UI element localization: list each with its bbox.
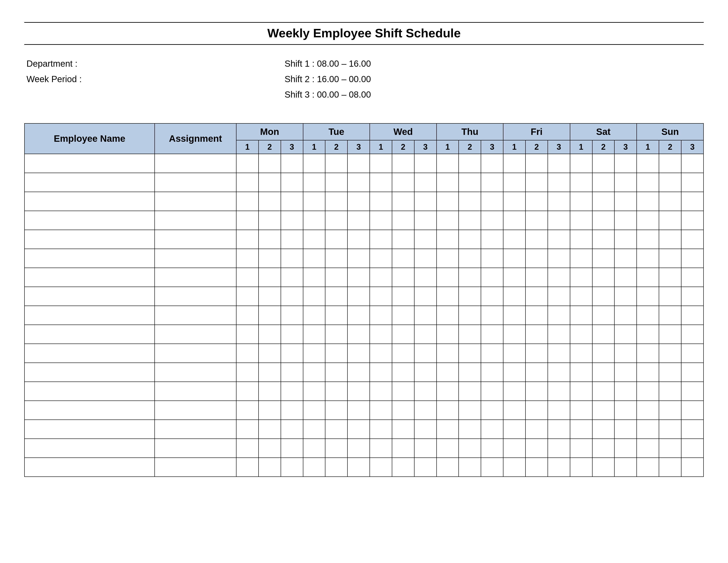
cell-shift[interactable] [637,420,659,439]
cell-shift[interactable] [303,363,325,382]
cell-shift[interactable] [659,249,681,268]
cell-shift[interactable] [525,268,548,287]
cell-shift[interactable] [259,363,281,382]
cell-shift[interactable] [370,287,392,306]
cell-shift[interactable] [525,249,548,268]
cell-shift[interactable] [681,458,704,477]
cell-shift[interactable] [637,458,659,477]
cell-shift[interactable] [481,173,503,192]
cell-shift[interactable] [370,192,392,211]
cell-shift[interactable] [548,420,570,439]
cell-shift[interactable] [414,439,437,458]
cell-shift[interactable] [325,325,347,344]
cell-shift[interactable] [481,382,503,401]
cell-shift[interactable] [347,458,370,477]
cell-shift[interactable] [681,325,704,344]
cell-shift[interactable] [392,344,414,363]
cell-shift[interactable] [570,420,592,439]
cell-shift[interactable] [525,420,548,439]
cell-employee-name[interactable] [24,306,155,325]
cell-assignment[interactable] [155,192,236,211]
cell-shift[interactable] [259,192,281,211]
cell-shift[interactable] [548,230,570,249]
cell-shift[interactable] [414,268,437,287]
cell-shift[interactable] [392,249,414,268]
cell-shift[interactable] [303,325,325,344]
cell-shift[interactable] [570,382,592,401]
cell-shift[interactable] [481,325,503,344]
cell-shift[interactable] [437,287,459,306]
cell-shift[interactable] [347,268,370,287]
cell-shift[interactable] [236,306,259,325]
cell-shift[interactable] [525,287,548,306]
cell-assignment[interactable] [155,173,236,192]
cell-assignment[interactable] [155,211,236,230]
cell-shift[interactable] [370,325,392,344]
cell-shift[interactable] [503,173,525,192]
cell-shift[interactable] [259,420,281,439]
cell-shift[interactable] [548,211,570,230]
cell-shift[interactable] [325,192,347,211]
cell-shift[interactable] [325,230,347,249]
cell-employee-name[interactable] [24,268,155,287]
cell-shift[interactable] [592,268,615,287]
cell-shift[interactable] [481,230,503,249]
cell-shift[interactable] [370,230,392,249]
cell-shift[interactable] [525,382,548,401]
cell-shift[interactable] [303,249,325,268]
cell-shift[interactable] [303,268,325,287]
cell-shift[interactable] [236,230,259,249]
cell-shift[interactable] [303,192,325,211]
cell-employee-name[interactable] [24,401,155,420]
cell-shift[interactable] [548,382,570,401]
cell-shift[interactable] [303,420,325,439]
cell-shift[interactable] [525,173,548,192]
cell-shift[interactable] [681,230,704,249]
cell-employee-name[interactable] [24,325,155,344]
cell-shift[interactable] [236,173,259,192]
cell-shift[interactable] [614,458,637,477]
cell-shift[interactable] [259,401,281,420]
cell-assignment[interactable] [155,268,236,287]
cell-shift[interactable] [525,325,548,344]
cell-shift[interactable] [370,363,392,382]
cell-shift[interactable] [370,439,392,458]
cell-shift[interactable] [259,230,281,249]
cell-shift[interactable] [392,211,414,230]
cell-shift[interactable] [592,154,615,173]
cell-shift[interactable] [437,230,459,249]
cell-shift[interactable] [548,363,570,382]
cell-shift[interactable] [659,154,681,173]
cell-assignment[interactable] [155,363,236,382]
cell-employee-name[interactable] [24,420,155,439]
cell-assignment[interactable] [155,401,236,420]
cell-shift[interactable] [459,249,481,268]
cell-assignment[interactable] [155,230,236,249]
cell-shift[interactable] [459,401,481,420]
cell-shift[interactable] [637,268,659,287]
cell-shift[interactable] [281,287,303,306]
cell-shift[interactable] [347,363,370,382]
cell-assignment[interactable] [155,249,236,268]
cell-shift[interactable] [281,230,303,249]
cell-employee-name[interactable] [24,363,155,382]
cell-shift[interactable] [414,306,437,325]
cell-shift[interactable] [481,363,503,382]
cell-employee-name[interactable] [24,249,155,268]
cell-shift[interactable] [414,154,437,173]
cell-shift[interactable] [481,458,503,477]
cell-shift[interactable] [503,287,525,306]
cell-shift[interactable] [681,249,704,268]
cell-shift[interactable] [503,420,525,439]
cell-shift[interactable] [414,173,437,192]
cell-shift[interactable] [659,173,681,192]
cell-shift[interactable] [525,192,548,211]
cell-shift[interactable] [570,458,592,477]
cell-shift[interactable] [503,325,525,344]
cell-shift[interactable] [325,401,347,420]
cell-shift[interactable] [459,325,481,344]
cell-shift[interactable] [347,211,370,230]
cell-employee-name[interactable] [24,192,155,211]
cell-assignment[interactable] [155,287,236,306]
cell-shift[interactable] [525,458,548,477]
